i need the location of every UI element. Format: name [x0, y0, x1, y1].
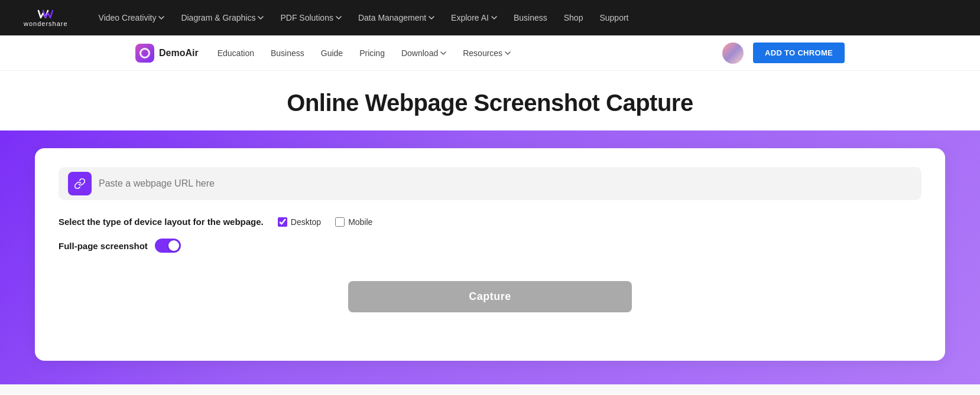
mobile-checkbox[interactable]	[335, 217, 345, 227]
url-icon-button[interactable]	[68, 172, 92, 195]
sub-nav-resources[interactable]: Resources	[463, 48, 511, 58]
desktop-checkbox-label[interactable]: Desktop	[278, 217, 321, 227]
device-layout-label: Select the type of device layout for the…	[59, 217, 264, 227]
top-nav-diagram-graphics[interactable]: Diagram & Graphics	[181, 13, 264, 22]
sub-nav-right: ADD TO CHROME	[722, 43, 845, 64]
chevron-down-icon	[491, 15, 497, 21]
options-row: Select the type of device layout for the…	[59, 217, 921, 253]
wondershare-logo[interactable]: wondershare	[24, 8, 68, 27]
sub-nav-items: Education Business Guide Pricing Downloa…	[218, 48, 722, 58]
fullpage-row: Full-page screenshot	[59, 239, 921, 253]
chevron-down-icon	[505, 50, 511, 56]
link-icon	[74, 178, 86, 190]
avatar[interactable]	[722, 43, 744, 64]
demoair-brand-name: DemoAir	[159, 48, 199, 58]
chevron-down-icon	[336, 15, 342, 21]
add-to-chrome-button[interactable]: ADD TO CHROME	[753, 43, 845, 63]
mobile-checkbox-label[interactable]: Mobile	[335, 217, 372, 227]
device-layout-row: Select the type of device layout for the…	[59, 217, 921, 227]
fullpage-toggle[interactable]	[155, 239, 181, 253]
wondershare-logo-text: wondershare	[24, 20, 68, 27]
sub-nav-pricing[interactable]: Pricing	[359, 48, 385, 58]
capture-button[interactable]: Capture	[348, 281, 632, 312]
top-nav-business[interactable]: Business	[514, 13, 547, 22]
main-content: Online Webpage Screenshot Capture Select…	[0, 71, 980, 394]
top-nav-explore-ai[interactable]: Explore AI	[451, 13, 497, 22]
top-nav-support[interactable]: Support	[599, 13, 628, 22]
top-nav-data-management[interactable]: Data Management	[358, 13, 434, 22]
demoair-logo[interactable]: DemoAir	[135, 44, 199, 63]
page-title: Online Webpage Screenshot Capture	[0, 90, 980, 116]
top-nav-video-creativity[interactable]: Video Creativity	[99, 13, 165, 22]
url-input-row	[59, 167, 921, 200]
sub-nav-guide[interactable]: Guide	[321, 48, 343, 58]
top-nav-items: Video Creativity Diagram & Graphics PDF …	[99, 13, 956, 22]
capture-section: Select the type of device layout for the…	[0, 130, 980, 384]
capture-button-row: Capture	[59, 281, 921, 312]
top-navigation: wondershare Video Creativity Diagram & G…	[0, 0, 980, 35]
sub-nav-download[interactable]: Download	[401, 48, 446, 58]
toggle-slider	[155, 239, 181, 253]
sub-nav-education[interactable]: Education	[218, 48, 254, 58]
top-nav-shop[interactable]: Shop	[564, 13, 583, 22]
page-title-section: Online Webpage Screenshot Capture	[0, 71, 980, 130]
url-input[interactable]	[99, 178, 912, 189]
top-nav-pdf-solutions[interactable]: PDF Solutions	[280, 13, 341, 22]
desktop-checkbox[interactable]	[278, 217, 287, 227]
demoair-icon-circle	[139, 48, 150, 58]
mobile-label: Mobile	[348, 217, 372, 227]
fullpage-label: Full-page screenshot	[59, 241, 148, 251]
desktop-label: Desktop	[291, 217, 321, 227]
demoair-icon	[135, 44, 154, 63]
sub-nav-business[interactable]: Business	[271, 48, 304, 58]
chevron-down-icon	[429, 15, 434, 21]
chevron-down-icon	[158, 15, 164, 21]
sub-navigation: DemoAir Education Business Guide Pricing…	[0, 35, 980, 71]
chevron-down-icon	[258, 15, 264, 21]
capture-card: Select the type of device layout for the…	[35, 148, 945, 361]
chevron-down-icon	[440, 50, 446, 56]
